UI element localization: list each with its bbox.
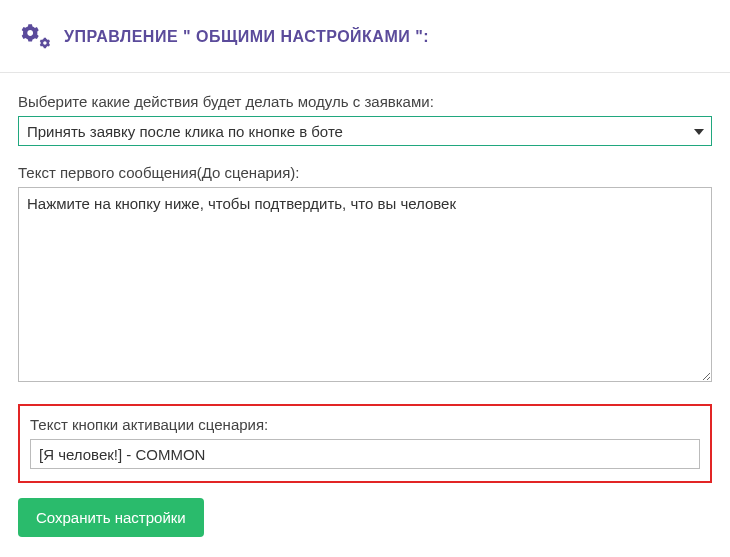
action-select[interactable]: Принять заявку после клика по кнопке в б… — [18, 116, 712, 146]
action-select-wrap: Принять заявку после клика по кнопке в б… — [18, 116, 712, 146]
settings-gears-icon — [18, 20, 52, 54]
page-header: УПРАВЛЕНИЕ " ОБЩИМИ НАСТРОЙКАМИ ": — [0, 0, 730, 73]
action-field: Выберите какие действия будет делать мод… — [18, 93, 712, 146]
settings-form: Выберите какие действия будет делать мод… — [0, 73, 730, 555]
page-title: УПРАВЛЕНИЕ " ОБЩИМИ НАСТРОЙКАМИ ": — [64, 28, 429, 46]
button-text-highlight-box: Текст кнопки активации сценария: — [18, 404, 712, 483]
action-label: Выберите какие действия будет делать мод… — [18, 93, 712, 110]
first-message-field: Текст первого сообщения(До сценария): — [18, 164, 712, 386]
first-message-textarea[interactable] — [18, 187, 712, 382]
button-text-label: Текст кнопки активации сценария: — [30, 416, 700, 433]
button-text-input[interactable] — [30, 439, 700, 469]
save-settings-button[interactable]: Сохранить настройки — [18, 498, 204, 537]
first-message-label: Текст первого сообщения(До сценария): — [18, 164, 712, 181]
